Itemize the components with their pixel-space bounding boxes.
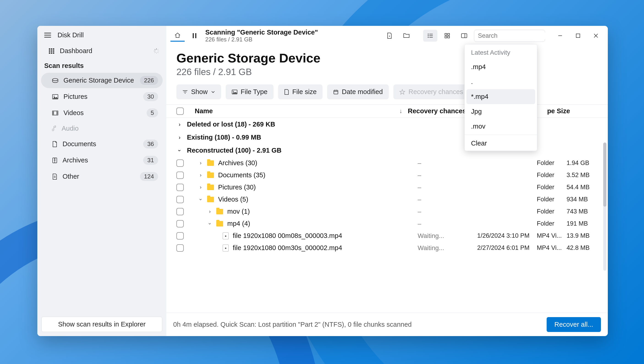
- close-button[interactable]: [593, 32, 599, 39]
- folder-button[interactable]: [399, 30, 413, 42]
- app-window: Disk Drill Dashboard Scan results Generi…: [37, 26, 608, 336]
- row-checkbox[interactable]: [176, 184, 184, 191]
- svg-rect-21: [53, 111, 54, 115]
- row-size: 191 MB: [567, 220, 594, 227]
- dropdown-item[interactable]: .mp4: [465, 60, 537, 74]
- row-checkbox[interactable]: [176, 244, 184, 252]
- row-checkbox[interactable]: [176, 220, 184, 228]
- sidebar-item-label: Documents: [63, 140, 138, 148]
- sidebar-badge: 124: [140, 172, 158, 181]
- archive-icon: [52, 157, 58, 164]
- show-in-explorer-button[interactable]: Show scan results in Explorer: [42, 317, 162, 332]
- sidebar-item-label: Videos: [64, 109, 142, 117]
- filter-file-type[interactable]: File Type: [226, 84, 274, 99]
- col-recovery-header[interactable]: Recovery chances: [408, 107, 467, 115]
- recover-all-button[interactable]: Recover all...: [547, 317, 601, 332]
- group-deleted[interactable]: › Deleted or lost (18) - 269 KB: [166, 118, 604, 131]
- filter-show[interactable]: Show: [176, 84, 221, 99]
- footer: 0h 4m elapsed. Quick Scan: Lost partitio…: [166, 313, 608, 336]
- table-row[interactable]: › Documents (35) – Folder 3.52 MB: [166, 169, 604, 181]
- table-row[interactable]: › Archives (30) – Folder 1.94 GB: [166, 157, 604, 169]
- row-name: mp4 (4): [227, 220, 250, 228]
- row-recovery: –: [418, 172, 477, 179]
- pause-icon: [192, 33, 197, 39]
- new-file-button[interactable]: [382, 30, 396, 42]
- row-size: 13.9 MB: [567, 232, 594, 239]
- sidebar-item-other[interactable]: Other 124: [41, 169, 163, 184]
- sidebar-item-device[interactable]: Generic Storage Device 226: [41, 73, 163, 88]
- row-checkbox[interactable]: [176, 172, 184, 179]
- maximize-button[interactable]: [575, 32, 581, 39]
- table-row[interactable]: › Videos (5) – Folder 934 MB: [166, 193, 604, 206]
- sidebar-item-videos[interactable]: Videos 5: [41, 105, 163, 120]
- table-row[interactable]: › mov (1) – Folder 743 MB: [166, 206, 604, 218]
- svg-line-15: [155, 52, 155, 52]
- video-file-icon: ●: [223, 244, 229, 252]
- search-input[interactable]: [478, 32, 555, 39]
- row-checkbox[interactable]: [176, 160, 184, 167]
- pause-button[interactable]: [187, 30, 201, 42]
- chevron-down-icon[interactable]: ›: [207, 220, 213, 227]
- group-existing[interactable]: › Existing (108) - 0.99 MB: [166, 131, 604, 144]
- group-reconstructed[interactable]: › Reconstructed (100) - 2.91 GB: [166, 144, 604, 157]
- table-row[interactable]: ● file 1920x1080 00m08s_000003.mp4 Waiti…: [166, 230, 604, 242]
- scrollbar[interactable]: [603, 142, 606, 271]
- row-checkbox[interactable]: [176, 232, 184, 240]
- home-button[interactable]: [170, 30, 185, 42]
- row-checkbox[interactable]: [176, 196, 184, 203]
- sidebar-item-documents[interactable]: Documents 36: [41, 136, 163, 152]
- sidebar-item-label: Pictures: [64, 93, 138, 100]
- dropdown-item[interactable]: .: [465, 74, 537, 89]
- picture-icon: [232, 90, 238, 94]
- sidebar-badge: 31: [143, 156, 158, 165]
- row-recovery: –: [418, 160, 477, 167]
- dropdown-item[interactable]: *.mp4: [467, 89, 535, 104]
- filter-date-modified[interactable]: Date modified: [327, 84, 389, 99]
- sidebar-dashboard[interactable]: Dashboard: [37, 44, 166, 58]
- chevron-right-icon: ›: [176, 134, 183, 141]
- dropdown-item[interactable]: .mov: [465, 119, 537, 134]
- filter-recovery-chances[interactable]: Recovery chances: [393, 84, 469, 99]
- minimize-button[interactable]: [557, 32, 563, 39]
- main-panel: Scanning "Generic Storage Device" 226 fi…: [166, 26, 608, 336]
- sidebar-item-pictures[interactable]: Pictures 30: [41, 89, 163, 104]
- chevron-right-icon[interactable]: ›: [197, 160, 204, 166]
- row-name: Archives (30): [218, 159, 257, 167]
- sort-indicator[interactable]: ↓: [399, 108, 408, 114]
- dropdown-item[interactable]: Jpg: [465, 104, 537, 119]
- chevron-right-icon[interactable]: ›: [197, 172, 204, 178]
- row-type: Folder: [537, 208, 567, 215]
- filter-label: Date modified: [342, 88, 383, 96]
- sidebar-item-archives[interactable]: Archives 31: [41, 152, 163, 168]
- dropdown-clear[interactable]: Clear: [465, 136, 537, 151]
- row-checkbox[interactable]: [176, 208, 184, 215]
- filter-file-size[interactable]: File size: [278, 84, 323, 99]
- grid-view-button[interactable]: [440, 30, 454, 42]
- svg-rect-44: [448, 34, 450, 35]
- split-view-button[interactable]: [457, 30, 471, 42]
- row-type: Folder: [537, 184, 567, 191]
- sidebar-item-audio[interactable]: Audio: [41, 122, 163, 136]
- chevron-right-icon[interactable]: ›: [197, 184, 204, 190]
- calendar-icon: [333, 89, 339, 95]
- other-icon: [52, 174, 58, 180]
- row-name: Documents (35): [218, 171, 265, 179]
- col-name-header[interactable]: Name: [195, 107, 213, 115]
- chevron-right-icon[interactable]: ›: [207, 209, 213, 214]
- search-box[interactable]: [474, 30, 545, 42]
- chevron-down-icon[interactable]: ›: [198, 196, 204, 203]
- menu-icon[interactable]: [44, 33, 51, 38]
- table-row[interactable]: ● file 1920x1080 00m30s_000002.mp4 Waiti…: [166, 242, 604, 254]
- select-all-checkbox[interactable]: [176, 108, 184, 115]
- chevron-down-icon: [211, 90, 215, 93]
- table-row[interactable]: › Pictures (30) – Folder 54.4 MB: [166, 181, 604, 193]
- sidebar-badge: 5: [147, 108, 158, 117]
- table-row[interactable]: › mp4 (4) – Folder 191 MB: [166, 218, 604, 230]
- list-view-button[interactable]: [423, 30, 437, 42]
- col-size-header[interactable]: Size: [557, 107, 584, 115]
- sidebar-badge: 226: [140, 76, 158, 85]
- svg-rect-22: [57, 111, 58, 115]
- group-label: Deleted or lost (18) - 269 KB: [187, 120, 275, 128]
- folder-icon: [403, 33, 410, 38]
- scrollbar-thumb[interactable]: [603, 142, 606, 206]
